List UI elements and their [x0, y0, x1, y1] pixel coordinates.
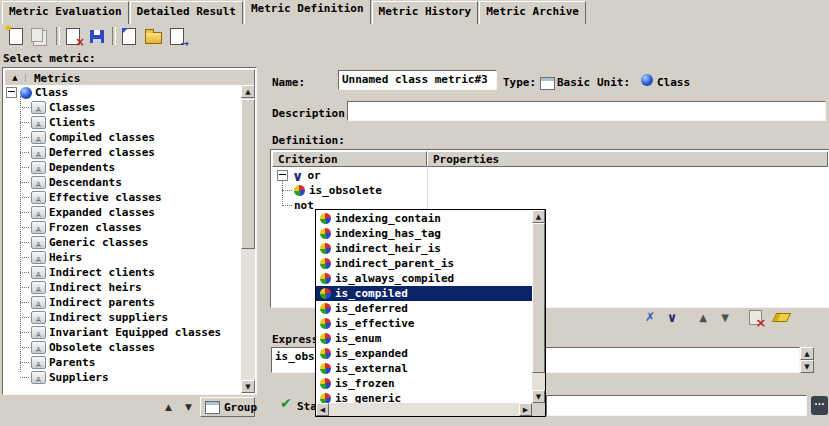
- scroll-down-icon[interactable]: ▼: [532, 390, 545, 403]
- tab-bar: Metric Evaluation Detailed Result Metric…: [2, 2, 587, 24]
- scroll-up-icon[interactable]: ▲: [532, 210, 545, 223]
- tree-item[interactable]: Indirect parents: [4, 295, 241, 310]
- dropdown-item-label: is_external: [335, 362, 408, 375]
- dropdown-item-selected[interactable]: is_compiled: [316, 286, 532, 301]
- tree-item-class[interactable]: Class: [4, 85, 241, 100]
- name-input[interactable]: Unnamed class metric#3: [338, 70, 497, 90]
- criterion-move-down-button[interactable]: ▼: [716, 308, 734, 326]
- tree-item-label: Indirect heirs: [49, 281, 142, 294]
- tree-item[interactable]: Invariant Equipped classes: [4, 325, 241, 340]
- scroll-thumb[interactable]: [532, 223, 545, 373]
- dropdown-item[interactable]: is_enum: [316, 331, 532, 346]
- tree-item[interactable]: Indirect clients: [4, 265, 241, 280]
- tree-item[interactable]: Compiled classes: [4, 130, 241, 145]
- tree-item-label: Clients: [49, 116, 95, 129]
- dropdown-item[interactable]: is_external: [316, 361, 532, 376]
- tree-item-label: Deferred classes: [49, 146, 155, 159]
- criterion-move-up-button[interactable]: ▲: [694, 308, 712, 326]
- remove-criterion-button[interactable]: ×: [746, 308, 764, 326]
- tree-item[interactable]: Expanded classes: [4, 205, 241, 220]
- dropdown-item[interactable]: is_expanded: [316, 346, 532, 361]
- and-criterion-button[interactable]: ✗: [641, 308, 659, 326]
- criterion-icon: [320, 273, 331, 284]
- metric-icon: [31, 206, 46, 219]
- name-value: Unnamed class metric#3: [342, 73, 488, 86]
- tree-item[interactable]: Frozen classes: [4, 220, 241, 235]
- export-metric-button[interactable]: →: [166, 25, 188, 47]
- collapse-icon[interactable]: [277, 170, 288, 181]
- group-icon: [205, 401, 220, 414]
- tree-item[interactable]: Clients: [4, 115, 241, 130]
- collapse-icon[interactable]: [6, 87, 17, 98]
- criterion-icon: [320, 303, 331, 314]
- tree-item[interactable]: Suppliers: [4, 370, 241, 385]
- expression-scroll-up-button[interactable]: ▲: [800, 347, 814, 360]
- tree-item[interactable]: Generic classes: [4, 235, 241, 250]
- dropdown-item[interactable]: indexing_has_tag: [316, 226, 532, 241]
- tree-item[interactable]: Parents: [4, 355, 241, 370]
- tab-metric-history[interactable]: Metric History: [372, 1, 479, 24]
- criterion-icon: [320, 378, 331, 389]
- dropdown-hscrollbar[interactable]: ◀ ▶: [316, 403, 532, 416]
- scroll-thumb[interactable]: [241, 99, 255, 249]
- scroll-down-icon[interactable]: ▼: [241, 380, 255, 393]
- tree-item[interactable]: Classes: [4, 100, 241, 115]
- definition-label: Definition:: [272, 134, 345, 147]
- and-operator-icon: ✗: [645, 310, 655, 324]
- group-button[interactable]: Group: [200, 397, 255, 417]
- metric-icon: [31, 326, 46, 339]
- column-properties[interactable]: Properties: [427, 151, 828, 167]
- criterion-row-is-obsolete[interactable]: is_obsolete: [272, 183, 382, 198]
- dropdown-item[interactable]: indexing_contain: [316, 211, 532, 226]
- tree-item[interactable]: Heirs: [4, 250, 241, 265]
- tree-item[interactable]: Deferred classes: [4, 145, 241, 160]
- tree-item[interactable]: Dependents: [4, 160, 241, 175]
- dropdown-vscrollbar[interactable]: ▲ ▼: [532, 210, 545, 403]
- tree-item[interactable]: Indirect suppliers: [4, 310, 241, 325]
- status-field[interactable]: [546, 395, 807, 416]
- new-file-button[interactable]: [118, 25, 140, 47]
- metric-icon: [31, 176, 46, 189]
- tree-item[interactable]: Obsolete classes: [4, 340, 241, 355]
- scroll-right-icon[interactable]: ▶: [519, 403, 532, 416]
- tree-item[interactable]: Effective classes: [4, 190, 241, 205]
- tree-item[interactable]: Indirect heirs: [4, 280, 241, 295]
- tree-item-label: Frozen classes: [49, 221, 142, 234]
- description-input[interactable]: [347, 101, 826, 121]
- metric-icon: [31, 116, 46, 129]
- dropdown-item[interactable]: is_deferred: [316, 301, 532, 316]
- scrollbar-corner: [532, 403, 545, 416]
- dropdown-item[interactable]: is_always_compiled: [316, 271, 532, 286]
- tree-item[interactable]: Descendants: [4, 175, 241, 190]
- dropdown-item[interactable]: indirect_parent_is: [316, 256, 532, 271]
- tab-metric-evaluation[interactable]: Metric Evaluation: [2, 1, 129, 24]
- clear-criteria-button[interactable]: [772, 308, 790, 326]
- comment-icon[interactable]: ···: [811, 396, 828, 415]
- dropdown-item[interactable]: is_effective: [316, 316, 532, 331]
- dropdown-item[interactable]: is_frozen: [316, 376, 532, 391]
- dropdown-item-label: is_frozen: [335, 377, 395, 390]
- copy-metric-button[interactable]: [29, 25, 51, 47]
- dropdown-item[interactable]: indirect_heir_is: [316, 241, 532, 256]
- or-criterion-button[interactable]: ∨: [663, 308, 681, 326]
- metric-move-up-button[interactable]: ▲: [160, 399, 177, 415]
- open-folder-button[interactable]: [142, 25, 164, 47]
- tab-metric-archive[interactable]: Metric Archive: [479, 1, 586, 24]
- scroll-up-icon[interactable]: ▲: [241, 85, 255, 98]
- criterion-row-or[interactable]: ∨ or: [272, 168, 321, 183]
- expression-scroll-down-button[interactable]: ▼: [800, 360, 814, 373]
- toolbar-separator: [56, 27, 60, 45]
- scroll-left-icon[interactable]: ◀: [316, 403, 329, 416]
- save-metric-button[interactable]: [86, 25, 108, 47]
- criterion-row-not[interactable]: not: [272, 198, 314, 213]
- tree-scrollbar[interactable]: ▲ ▼: [241, 85, 255, 393]
- name-label: Name:: [272, 76, 305, 89]
- new-metric-button[interactable]: ★: [5, 25, 27, 47]
- delete-metric-button[interactable]: ×: [62, 25, 84, 47]
- column-criterion[interactable]: Criterion: [272, 151, 427, 167]
- tree-item-label: Heirs: [49, 251, 82, 264]
- metric-move-down-button[interactable]: ▼: [180, 399, 197, 415]
- tab-metric-definition[interactable]: Metric Definition: [244, 0, 371, 24]
- tab-detailed-result[interactable]: Detailed Result: [130, 1, 243, 24]
- up-arrow-icon: ▲: [699, 312, 707, 323]
